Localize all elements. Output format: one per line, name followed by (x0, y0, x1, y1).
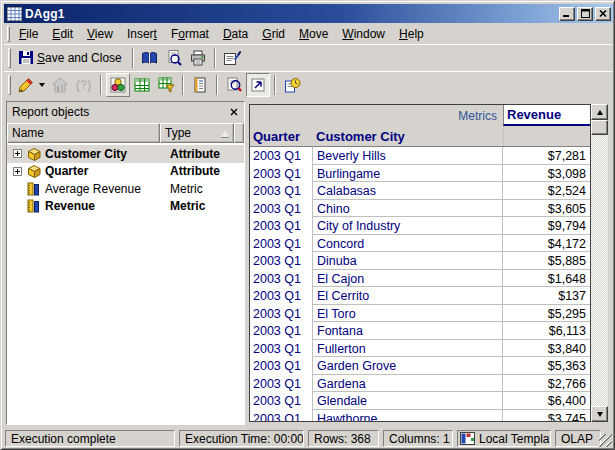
minimize-button[interactable] (559, 7, 575, 21)
customer-city-cell[interactable]: El Cajon (313, 270, 503, 288)
menu-item[interactable]: Data (216, 25, 255, 43)
home-chart-button[interactable] (48, 73, 72, 97)
quarter-column-header[interactable]: Quarter (250, 126, 313, 146)
revenue-cell[interactable]: $3,745 (503, 410, 590, 422)
quarter-cell[interactable]: 2003 Q1 (250, 147, 313, 165)
print-preview-button[interactable] (162, 46, 186, 70)
properties-button[interactable] (220, 46, 244, 70)
save-and-close-button[interactable]: Save and Close (15, 46, 128, 70)
menu-item[interactable]: Edit (45, 25, 80, 43)
customer-city-cell[interactable]: Gardena (313, 375, 503, 393)
toolbar-grip[interactable] (8, 48, 11, 68)
panel-close-button[interactable] (227, 106, 241, 119)
column-header-type[interactable]: Type (160, 123, 234, 143)
customer-city-cell[interactable]: Burlingame (313, 165, 503, 183)
menu-item[interactable]: Help (392, 25, 431, 43)
quarter-cell[interactable]: 2003 Q1 (250, 252, 313, 270)
menu-item[interactable]: File (12, 25, 45, 43)
report-object-row[interactable]: Customer City Attribute (7, 145, 244, 163)
customer-city-cell[interactable]: Hawthorne (313, 410, 503, 422)
quarter-cell[interactable]: 2003 Q1 (250, 392, 313, 410)
quarter-cell[interactable]: 2003 Q1 (250, 410, 313, 422)
menu-item[interactable]: Grid (255, 25, 292, 43)
schedule-button[interactable] (280, 73, 304, 97)
menu-item[interactable]: Window (335, 25, 392, 43)
menu-item[interactable]: Format (164, 25, 216, 43)
revenue-cell[interactable]: $137 (503, 287, 590, 305)
quarter-cell[interactable]: 2003 Q1 (250, 340, 313, 358)
quarter-cell[interactable]: 2003 Q1 (250, 357, 313, 375)
menu-item[interactable]: View (80, 25, 120, 43)
design-view-button[interactable] (106, 73, 130, 97)
customer-city-cell[interactable]: El Cerrito (313, 287, 503, 305)
customer-city-cell[interactable]: El Toro (313, 305, 503, 323)
quarter-cell[interactable]: 2003 Q1 (250, 322, 313, 340)
quarter-cell[interactable]: 2003 Q1 (250, 200, 313, 218)
quarter-cell[interactable]: 2003 Q1 (250, 217, 313, 235)
print-preview-icon (166, 50, 182, 66)
vertical-scrollbar[interactable] (591, 104, 608, 422)
expand-plus-icon[interactable] (13, 149, 22, 158)
revenue-cell[interactable]: $9,794 (503, 217, 590, 235)
customer-city-cell[interactable]: Dinuba (313, 252, 503, 270)
report-details-button[interactable] (138, 46, 162, 70)
report-object-row[interactable]: Revenue Metric (7, 198, 244, 216)
revenue-cell[interactable]: $7,281 (503, 147, 590, 165)
scroll-down-button[interactable] (591, 406, 608, 422)
revenue-column-header[interactable]: Revenue (503, 105, 590, 126)
view-filter-button[interactable] (154, 73, 178, 97)
quarter-cell[interactable]: 2003 Q1 (250, 235, 313, 253)
quarter-cell[interactable]: 2003 Q1 (250, 165, 313, 183)
customer-city-cell[interactable]: Garden Grove (313, 357, 503, 375)
revenue-cell[interactable]: $4,172 (503, 235, 590, 253)
column-header-name[interactable]: Name (7, 123, 160, 143)
customer-city-cell[interactable]: Fontana (313, 322, 503, 340)
revenue-cell[interactable]: $3,840 (503, 340, 590, 358)
maximize-button[interactable] (577, 7, 593, 21)
resize-grip[interactable] (599, 434, 612, 447)
revenue-cell[interactable]: $5,363 (503, 357, 590, 375)
customer-city-cell[interactable]: Chino (313, 200, 503, 218)
close-button[interactable] (595, 7, 611, 21)
customer-city-cell[interactable]: Beverly Hills (313, 147, 503, 165)
menu-item[interactable]: Move (292, 25, 335, 43)
customer-city-cell[interactable]: Fullerton (313, 340, 503, 358)
menu-item[interactable]: Insert (120, 25, 164, 43)
grid-view-button[interactable] (130, 73, 154, 97)
customer-city-column-header[interactable]: Customer City (313, 126, 503, 146)
customer-city-cell[interactable]: Glendale (313, 392, 503, 410)
scroll-up-button[interactable] (591, 104, 608, 120)
print-button[interactable] (186, 46, 210, 70)
revenue-cell[interactable]: $5,885 (503, 252, 590, 270)
revenue-cell[interactable]: $3,098 (503, 165, 590, 183)
quarter-cell[interactable]: 2003 Q1 (250, 375, 313, 393)
revenue-cell[interactable]: $6,113 (503, 322, 590, 340)
expand-plus-icon[interactable] (13, 167, 22, 176)
open-in-new-window-button[interactable] (246, 73, 270, 97)
sql-view-button[interactable] (188, 73, 212, 97)
grid-metrics-row: Metrics Revenue (250, 105, 590, 126)
revenue-cell[interactable]: $6,400 (503, 392, 590, 410)
customer-city-cell[interactable]: Concord (313, 235, 503, 253)
revenue-cell[interactable]: $2,524 (503, 182, 590, 200)
customer-city-cell[interactable]: City of Industry (313, 217, 503, 235)
attribute-cube-icon (25, 164, 42, 178)
quarter-cell[interactable]: 2003 Q1 (250, 287, 313, 305)
quarter-cell[interactable]: 2003 Q1 (250, 270, 313, 288)
menubar-grip[interactable] (7, 26, 10, 42)
find-button[interactable] (222, 73, 246, 97)
format-button[interactable] (15, 73, 48, 97)
revenue-cell[interactable]: $3,605 (503, 200, 590, 218)
revenue-cell[interactable]: $2,766 (503, 375, 590, 393)
quarter-cell[interactable]: 2003 Q1 (250, 182, 313, 200)
quarter-cell[interactable]: 2003 Q1 (250, 305, 313, 323)
customer-city-cell[interactable]: Calabasas (313, 182, 503, 200)
scrollbar-thumb[interactable] (591, 120, 608, 135)
grid-data-row: 2003 Q1 Garden Grove $5,363 (250, 357, 590, 375)
revenue-cell[interactable]: $5,295 (503, 305, 590, 323)
toolbar-grip[interactable] (8, 75, 11, 95)
report-object-row[interactable]: Average Revenue Metric (7, 180, 244, 198)
report-object-row[interactable]: Quarter Attribute (7, 163, 244, 181)
context-help-button[interactable]: (?) (72, 73, 96, 97)
revenue-cell[interactable]: $1,648 (503, 270, 590, 288)
